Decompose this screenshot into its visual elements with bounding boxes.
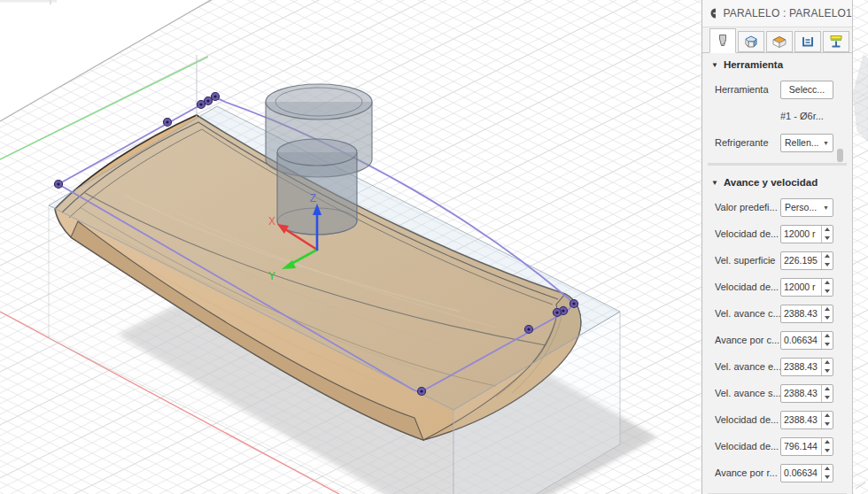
- spinner-arrows[interactable]: [821, 385, 833, 402]
- section-title: Herramienta: [724, 59, 783, 70]
- spinner-arrows[interactable]: [821, 252, 833, 269]
- spinner-value: 12000 r: [781, 228, 821, 239]
- spinner-arrows[interactable]: [821, 305, 833, 322]
- param-row: #1 - Ø6r...: [702, 103, 852, 129]
- param-label: Velocidad de...: [715, 228, 780, 239]
- spinner-arrows[interactable]: [821, 359, 833, 375]
- boundary-point-marker: [205, 97, 213, 105]
- spinner-down-icon[interactable]: [822, 313, 833, 322]
- spinner-arrows[interactable]: [821, 279, 833, 296]
- param-spinner[interactable]: 796.144: [780, 437, 833, 456]
- tab-heights[interactable]: [766, 31, 793, 52]
- param-label: Velocidad de...: [715, 282, 780, 292]
- spinner-value: 12000 r: [781, 282, 821, 292]
- dropdown-value: Rellen...: [785, 137, 821, 148]
- param-spinner[interactable]: 2388.43: [780, 305, 833, 323]
- param-label: Herramienta: [715, 84, 780, 95]
- param-label: Velocidad de...: [715, 414, 780, 425]
- dialog-grip-icon: [710, 8, 716, 19]
- select-tool-button[interactable]: Selecc...: [780, 81, 833, 99]
- spinner-down-icon[interactable]: [822, 446, 833, 455]
- spinner-up-icon[interactable]: [822, 252, 833, 261]
- spinner-down-icon[interactable]: [822, 234, 833, 243]
- operation-dialog: PARALELO : PARALELO1: [701, 0, 853, 494]
- panel-scrollbar-thumb[interactable]: [837, 149, 843, 162]
- spinner-up-icon[interactable]: [822, 226, 833, 235]
- spinner-arrows[interactable]: [821, 412, 833, 428]
- param-row: Vel. avance e...2388.43: [702, 353, 852, 380]
- spinner-arrows[interactable]: [821, 438, 833, 455]
- param-row: Avance por c...0.06634: [702, 327, 852, 353]
- spinner-down-icon[interactable]: [822, 260, 833, 269]
- param-row: Valor predefi...Perso...▼: [702, 194, 852, 220]
- spinner-value: 0.06634: [781, 467, 821, 478]
- dropdown-value: Perso...: [785, 202, 821, 212]
- tab-tool[interactable]: [709, 28, 736, 53]
- section-header[interactable]: ▼Herramienta: [702, 53, 852, 76]
- boundary-point-marker: [525, 326, 533, 334]
- spinner-down-icon[interactable]: [822, 393, 833, 402]
- spinner-up-icon[interactable]: [822, 438, 833, 447]
- boundary-point-marker: [554, 309, 562, 317]
- spinner-down-icon[interactable]: [822, 287, 833, 296]
- x-axis-label: X: [268, 215, 275, 228]
- boundary-point-marker: [570, 300, 578, 308]
- z-axis-label: Z: [310, 192, 316, 205]
- spinner-arrows[interactable]: [821, 332, 833, 349]
- app-window: X Y Z PARALELO : PARALELO1: [0, 0, 868, 494]
- param-spinner[interactable]: 12000 r: [780, 278, 833, 297]
- param-spinner[interactable]: 0.06634: [780, 464, 833, 482]
- param-label: Avance por r...: [715, 467, 780, 478]
- spinner-value: 0.06634: [781, 335, 821, 345]
- param-spinner[interactable]: 2388.43: [780, 358, 833, 376]
- spinner-down-icon[interactable]: [822, 420, 833, 428]
- param-spinner[interactable]: 12000 r: [780, 225, 833, 243]
- spinner-down-icon[interactable]: [822, 340, 833, 349]
- param-row: Vel. avance s...2388.43: [702, 380, 852, 406]
- param-dropdown[interactable]: Perso...▼: [780, 198, 833, 217]
- spinner-up-icon[interactable]: [822, 465, 833, 474]
- boundary-point-marker: [164, 119, 172, 127]
- boundary-point-marker: [212, 93, 220, 101]
- param-spinner[interactable]: 2388.43: [780, 411, 833, 429]
- boundary-point-marker: [55, 181, 63, 189]
- spinner-arrows[interactable]: [821, 465, 833, 482]
- spinner-value: 2388.43: [781, 414, 821, 425]
- tab-linking[interactable]: [823, 31, 849, 52]
- spinner-value: 2388.43: [781, 388, 821, 398]
- param-label: Vel. avance e...: [715, 361, 780, 372]
- dialog-header[interactable]: PARALELO : PARALELO1: [702, 0, 852, 27]
- param-row: Velocidad de...796.144: [702, 433, 852, 459]
- param-row: Velocidad de...12000 r: [702, 220, 852, 247]
- param-spinner[interactable]: 226.195: [780, 251, 833, 270]
- tab-geometry[interactable]: [738, 31, 764, 52]
- param-spinner[interactable]: 0.06634: [780, 331, 833, 350]
- param-dropdown[interactable]: Rellen...▼: [780, 134, 833, 152]
- toolbar-remnant: [0, 0, 57, 3]
- linking-tab-icon: [827, 34, 845, 50]
- spinner-up-icon[interactable]: [822, 332, 833, 341]
- spinner-down-icon[interactable]: [822, 473, 833, 482]
- param-row: HerramientaSelecc...: [702, 76, 852, 103]
- param-label: Vel. superficie: [715, 255, 780, 266]
- spinner-arrows[interactable]: [821, 226, 833, 243]
- spinner-up-icon[interactable]: [822, 412, 833, 421]
- param-row: Velocidad de...2388.43: [702, 406, 852, 433]
- spinner-up-icon[interactable]: [822, 305, 833, 314]
- dialog-tabs: [702, 27, 852, 53]
- tool-tab-icon: [714, 33, 732, 49]
- spinner-up-icon[interactable]: [822, 385, 833, 394]
- param-row: RefrigeranteRellen...▼: [702, 129, 852, 156]
- param-label: Vel. avance s...: [715, 388, 780, 398]
- tool-description: #1 - Ø6r...: [780, 111, 833, 121]
- spinner-up-icon[interactable]: [822, 279, 833, 288]
- param-spinner[interactable]: 2388.43: [780, 384, 833, 403]
- spinner-value: 226.195: [781, 255, 821, 266]
- passes-tab-icon: [799, 34, 817, 50]
- section-header[interactable]: ▼Avance y velocidad: [702, 171, 852, 194]
- spinner-up-icon[interactable]: [822, 359, 833, 367]
- param-row: Vel. superficie226.195: [702, 247, 852, 274]
- tab-passes[interactable]: [794, 31, 821, 52]
- spinner-down-icon[interactable]: [822, 367, 833, 375]
- param-row: Velocidad de...12000 r: [702, 274, 852, 300]
